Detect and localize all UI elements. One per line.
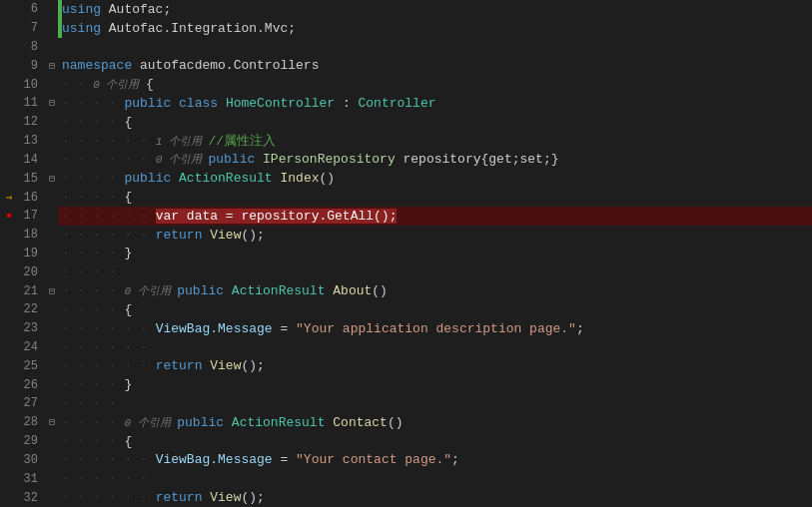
collapse-13 (46, 132, 58, 151)
code-line-10: · · 0 个引用 { (58, 75, 812, 94)
token (224, 415, 232, 430)
collapse-19 (46, 245, 58, 263)
collapse-10 (46, 75, 58, 94)
token: Controller (359, 96, 436, 111)
code-line-16: · · · · { (58, 188, 812, 207)
code-line-18: · · · · · · return View(); (58, 226, 812, 245)
ref-hint-10: 0 个引用 (93, 79, 146, 91)
token: Autofac; (101, 2, 171, 17)
token: public (177, 415, 224, 430)
code-line-content-13: · · · · · · 1 个引用 //属性注入 (58, 132, 276, 150)
code-line-content-6: using Autofac; (58, 2, 171, 17)
token (171, 171, 179, 186)
code-editor: ⇒● 6789101112131415161718192021222324252… (0, 0, 812, 507)
line-indicator-30 (0, 451, 18, 470)
indent-dots-30: · · · · · · (62, 452, 156, 467)
indent-dots-19: · · · · (62, 246, 124, 260)
line-indicator-15 (0, 169, 18, 188)
code-line-content-28: · · · · 0 个引用 public ActionResult Contac… (58, 415, 404, 430)
collapse-column[interactable]: ⊟⊟⊟⊟⊟ (46, 0, 58, 507)
line-number-26: 26 (18, 375, 42, 394)
code-line-6: using Autofac; (58, 0, 812, 19)
token: } (124, 246, 132, 260)
token: Index (280, 171, 319, 186)
code-line-24: · · · · · · (58, 338, 812, 357)
token: public (208, 152, 255, 167)
collapse-21[interactable]: ⊟ (46, 281, 58, 300)
indent-dots-32: · · · · · · (62, 490, 156, 505)
token: = (273, 321, 296, 336)
line-indicator-17: ● (0, 207, 18, 226)
code-line-content-31: · · · · · · (58, 471, 156, 486)
indent-dots-20: · · · · (62, 264, 124, 279)
code-line-15: · · · · public ActionResult Index() (58, 169, 812, 188)
line-number-29: 29 (18, 432, 42, 451)
line-indicator-8 (0, 38, 18, 57)
line-number-20: 20 (18, 262, 42, 281)
code-line-content-9: namespace autofacdemo.Controllers (58, 58, 319, 73)
code-line-content-15: · · · · public ActionResult Index() (58, 171, 335, 186)
line-number-column: 6789101112131415161718192021222324252627… (18, 0, 46, 507)
collapse-15[interactable]: ⊟ (46, 169, 58, 188)
indent-dots-31: · · · · · · (62, 471, 156, 486)
token: var data = repository.GetAll(); (156, 209, 398, 224)
token: IPersonRepository (263, 152, 396, 167)
code-line-content-11: · · · · public class HomeController : Co… (58, 96, 436, 111)
token: public (124, 96, 171, 111)
token: () (320, 171, 336, 186)
token: public (124, 171, 171, 186)
token: "Your contact page." (296, 452, 451, 467)
token: //属性注入 (208, 134, 276, 149)
line-number-14: 14 (18, 151, 42, 170)
code-line-content-12: · · · · { (58, 115, 132, 130)
code-line-content-16: · · · · { (58, 190, 132, 205)
line-number-25: 25 (18, 356, 42, 375)
token: ViewBag.Message (156, 452, 273, 467)
line-indicator-21 (0, 281, 18, 300)
indent-dots-27: · · · · (62, 396, 124, 411)
line-indicator-10 (0, 75, 18, 94)
code-line-13: · · · · · · 1 个引用 //属性注入 (58, 132, 812, 151)
collapse-11[interactable]: ⊟ (46, 94, 58, 113)
code-line-32: · · · · · · return View(); (58, 488, 812, 507)
token: repository{get;set;} (396, 152, 559, 167)
line-indicator-31 (0, 469, 18, 488)
code-line-20: · · · · (58, 262, 812, 281)
collapse-31 (46, 469, 58, 488)
collapse-6 (46, 0, 58, 19)
code-line-8 (58, 38, 812, 57)
code-line-content-23: · · · · · · ViewBag.Message = "Your appl… (58, 321, 584, 336)
code-line-content-26: · · · · } (58, 377, 132, 392)
collapse-23 (46, 319, 58, 338)
line-indicator-7 (0, 19, 18, 38)
line-indicator-13 (0, 132, 18, 151)
token: Autofac.Integration.Mvc; (101, 21, 296, 36)
code-line-content-29: · · · · { (58, 434, 132, 449)
code-line-26: · · · · } (58, 375, 812, 394)
token: : (335, 96, 358, 111)
line-number-23: 23 (18, 319, 42, 338)
token: "Your application description page." (296, 321, 576, 336)
line-number-19: 19 (18, 245, 42, 263)
line-number-10: 10 (18, 75, 42, 94)
indent-dots-22: · · · · (62, 302, 124, 317)
code-line-22: · · · · { (58, 300, 812, 319)
token (171, 96, 179, 111)
collapse-28[interactable]: ⊟ (46, 413, 58, 432)
indent-dots-21: · · · · (62, 283, 124, 298)
token: autofacdemo.Controllers (132, 58, 319, 73)
token: namespace (62, 58, 132, 73)
collapse-9[interactable]: ⊟ (46, 56, 58, 75)
line-indicator-29 (0, 432, 18, 451)
collapse-8 (46, 38, 58, 57)
line-indicator-32 (0, 488, 18, 507)
collapse-14 (46, 151, 58, 170)
token (224, 283, 232, 298)
line-indicator-11 (0, 94, 18, 113)
line-indicator-19 (0, 245, 18, 263)
indent-dots-14: · · · · · · (62, 152, 156, 167)
code-line-12: · · · · { (58, 113, 812, 132)
code-line-30: · · · · · · ViewBag.Message = "Your cont… (58, 451, 812, 470)
line-number-16: 16 (18, 188, 42, 207)
token: return (156, 228, 203, 243)
